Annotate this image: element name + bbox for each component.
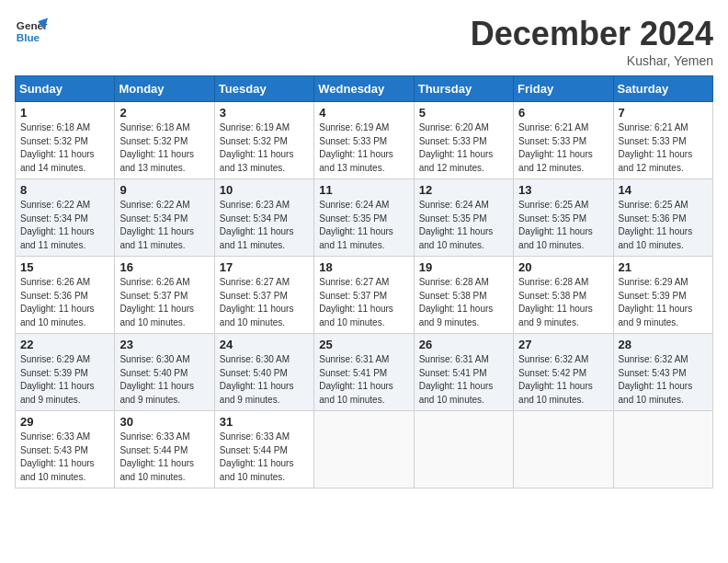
day-number: 3 <box>220 106 309 120</box>
day-number: 23 <box>119 338 209 351</box>
day-info: Sunrise: 6:28 AM Sunset: 5:38 PM Dayligh… <box>518 276 608 329</box>
day-info: Sunrise: 6:19 AM Sunset: 5:32 PM Dayligh… <box>220 121 309 175</box>
calendar-cell: 30Sunrise: 6:33 AM Sunset: 5:44 PM Dayli… <box>115 411 214 488</box>
calendar-week-row: 15Sunrise: 6:26 AM Sunset: 5:36 PM Dayli… <box>16 257 713 334</box>
weekday-header: Thursday <box>414 76 513 102</box>
day-info: Sunrise: 6:30 AM Sunset: 5:40 PM Dayligh… <box>220 353 309 407</box>
calendar-cell: 3Sunrise: 6:19 AM Sunset: 5:32 PM Daylig… <box>214 102 313 179</box>
weekday-header: Sunday <box>16 76 115 102</box>
calendar-cell: 5Sunrise: 6:20 AM Sunset: 5:33 PM Daylig… <box>414 102 513 179</box>
svg-text:Blue: Blue <box>17 31 40 43</box>
calendar-cell: 17Sunrise: 6:27 AM Sunset: 5:37 PM Dayli… <box>214 257 313 334</box>
day-number: 7 <box>619 106 708 120</box>
day-info: Sunrise: 6:25 AM Sunset: 5:36 PM Dayligh… <box>619 199 708 252</box>
day-info: Sunrise: 6:21 AM Sunset: 5:33 PM Dayligh… <box>518 121 608 175</box>
day-number: 15 <box>20 260 109 274</box>
calendar-week-row: 29Sunrise: 6:33 AM Sunset: 5:43 PM Dayli… <box>16 411 713 488</box>
month-title: December 2024 <box>471 15 713 53</box>
logo: General Blue <box>15 15 48 48</box>
calendar-cell: 8Sunrise: 6:22 AM Sunset: 5:34 PM Daylig… <box>16 179 115 257</box>
logo-icon: General Blue <box>15 15 48 48</box>
day-info: Sunrise: 6:32 AM Sunset: 5:43 PM Dayligh… <box>619 353 708 407</box>
calendar-cell: 26Sunrise: 6:31 AM Sunset: 5:41 PM Dayli… <box>414 334 513 411</box>
day-number: 19 <box>419 260 508 274</box>
day-info: Sunrise: 6:33 AM Sunset: 5:44 PM Dayligh… <box>119 431 209 484</box>
weekday-header: Tuesday <box>214 76 313 102</box>
calendar-cell: 4Sunrise: 6:19 AM Sunset: 5:33 PM Daylig… <box>314 102 414 179</box>
calendar-cell: 15Sunrise: 6:26 AM Sunset: 5:36 PM Dayli… <box>16 257 115 334</box>
day-info: Sunrise: 6:32 AM Sunset: 5:42 PM Dayligh… <box>518 353 608 407</box>
calendar-cell: 10Sunrise: 6:23 AM Sunset: 5:34 PM Dayli… <box>214 179 313 257</box>
calendar-cell: 16Sunrise: 6:26 AM Sunset: 5:37 PM Dayli… <box>115 257 214 334</box>
calendar-cell: 13Sunrise: 6:25 AM Sunset: 5:35 PM Dayli… <box>514 179 613 257</box>
weekday-header: Wednesday <box>314 76 414 102</box>
day-number: 4 <box>319 106 408 120</box>
day-info: Sunrise: 6:30 AM Sunset: 5:40 PM Dayligh… <box>119 353 209 407</box>
weekday-header: Monday <box>115 76 214 102</box>
calendar-cell <box>314 411 414 488</box>
day-number: 12 <box>419 183 508 197</box>
weekday-header: Saturday <box>613 76 712 102</box>
calendar-cell: 29Sunrise: 6:33 AM Sunset: 5:43 PM Dayli… <box>16 411 115 488</box>
day-number: 18 <box>319 260 408 274</box>
day-info: Sunrise: 6:18 AM Sunset: 5:32 PM Dayligh… <box>119 121 209 175</box>
day-number: 13 <box>518 183 608 197</box>
day-number: 29 <box>20 415 109 429</box>
day-info: Sunrise: 6:23 AM Sunset: 5:34 PM Dayligh… <box>220 199 309 252</box>
day-info: Sunrise: 6:31 AM Sunset: 5:41 PM Dayligh… <box>319 353 408 407</box>
day-number: 14 <box>619 183 708 197</box>
day-number: 6 <box>518 106 608 120</box>
calendar-table: SundayMondayTuesdayWednesdayThursdayFrid… <box>15 75 713 488</box>
calendar-cell: 21Sunrise: 6:29 AM Sunset: 5:39 PM Dayli… <box>613 257 712 334</box>
location-title: Kushar, Yemen <box>471 53 713 68</box>
day-number: 9 <box>119 183 209 197</box>
calendar-cell: 14Sunrise: 6:25 AM Sunset: 5:36 PM Dayli… <box>613 179 712 257</box>
day-info: Sunrise: 6:22 AM Sunset: 5:34 PM Dayligh… <box>20 199 109 252</box>
day-info: Sunrise: 6:25 AM Sunset: 5:35 PM Dayligh… <box>518 199 608 252</box>
calendar-header-row: SundayMondayTuesdayWednesdayThursdayFrid… <box>16 76 713 102</box>
day-info: Sunrise: 6:27 AM Sunset: 5:37 PM Dayligh… <box>319 276 408 329</box>
day-number: 17 <box>220 260 309 274</box>
calendar-cell: 22Sunrise: 6:29 AM Sunset: 5:39 PM Dayli… <box>16 334 115 411</box>
day-info: Sunrise: 6:33 AM Sunset: 5:43 PM Dayligh… <box>20 431 109 484</box>
page-header: General Blue December 2024 Kushar, Yemen <box>15 15 713 68</box>
calendar-cell: 1Sunrise: 6:18 AM Sunset: 5:32 PM Daylig… <box>16 102 115 179</box>
day-info: Sunrise: 6:20 AM Sunset: 5:33 PM Dayligh… <box>419 121 508 175</box>
day-number: 24 <box>220 338 309 351</box>
day-number: 11 <box>319 183 408 197</box>
day-info: Sunrise: 6:29 AM Sunset: 5:39 PM Dayligh… <box>20 353 109 407</box>
day-info: Sunrise: 6:26 AM Sunset: 5:37 PM Dayligh… <box>119 276 209 329</box>
day-number: 1 <box>20 106 109 120</box>
day-info: Sunrise: 6:26 AM Sunset: 5:36 PM Dayligh… <box>20 276 109 329</box>
title-block: December 2024 Kushar, Yemen <box>471 15 713 68</box>
calendar-cell: 27Sunrise: 6:32 AM Sunset: 5:42 PM Dayli… <box>514 334 613 411</box>
calendar-cell: 28Sunrise: 6:32 AM Sunset: 5:43 PM Dayli… <box>613 334 712 411</box>
calendar-cell: 12Sunrise: 6:24 AM Sunset: 5:35 PM Dayli… <box>414 179 513 257</box>
calendar-cell: 6Sunrise: 6:21 AM Sunset: 5:33 PM Daylig… <box>514 102 613 179</box>
calendar-cell: 11Sunrise: 6:24 AM Sunset: 5:35 PM Dayli… <box>314 179 414 257</box>
day-number: 25 <box>319 338 408 351</box>
day-info: Sunrise: 6:29 AM Sunset: 5:39 PM Dayligh… <box>619 276 708 329</box>
day-number: 20 <box>518 260 608 274</box>
day-info: Sunrise: 6:24 AM Sunset: 5:35 PM Dayligh… <box>319 199 408 252</box>
calendar-cell: 20Sunrise: 6:28 AM Sunset: 5:38 PM Dayli… <box>514 257 613 334</box>
calendar-cell <box>613 411 712 488</box>
calendar-cell <box>414 411 513 488</box>
calendar-cell: 18Sunrise: 6:27 AM Sunset: 5:37 PM Dayli… <box>314 257 414 334</box>
day-number: 21 <box>619 260 708 274</box>
calendar-cell: 19Sunrise: 6:28 AM Sunset: 5:38 PM Dayli… <box>414 257 513 334</box>
day-info: Sunrise: 6:28 AM Sunset: 5:38 PM Dayligh… <box>419 276 508 329</box>
day-info: Sunrise: 6:27 AM Sunset: 5:37 PM Dayligh… <box>220 276 309 329</box>
weekday-header: Friday <box>514 76 613 102</box>
day-number: 30 <box>119 415 209 429</box>
calendar-week-row: 22Sunrise: 6:29 AM Sunset: 5:39 PM Dayli… <box>16 334 713 411</box>
day-number: 27 <box>518 338 608 351</box>
day-info: Sunrise: 6:22 AM Sunset: 5:34 PM Dayligh… <box>119 199 209 252</box>
calendar-cell: 24Sunrise: 6:30 AM Sunset: 5:40 PM Dayli… <box>214 334 313 411</box>
day-info: Sunrise: 6:24 AM Sunset: 5:35 PM Dayligh… <box>419 199 508 252</box>
calendar-cell: 31Sunrise: 6:33 AM Sunset: 5:44 PM Dayli… <box>214 411 313 488</box>
day-number: 10 <box>220 183 309 197</box>
day-number: 28 <box>619 338 708 351</box>
day-number: 26 <box>419 338 508 351</box>
calendar-cell: 25Sunrise: 6:31 AM Sunset: 5:41 PM Dayli… <box>314 334 414 411</box>
